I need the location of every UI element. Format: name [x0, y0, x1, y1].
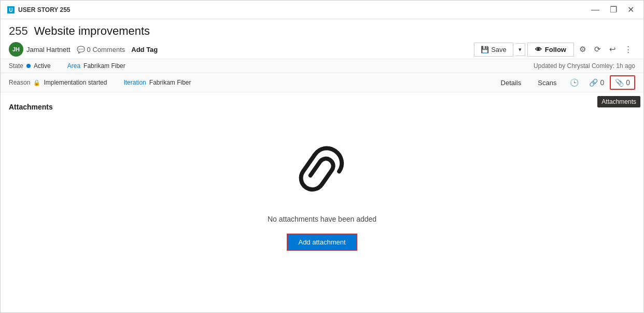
reason-label: Reason: [9, 79, 30, 86]
history-button[interactable]: 🕒: [565, 76, 583, 89]
updated-text: Updated by Chrystal Comley: 1h ago: [534, 62, 635, 70]
save-icon: 💾: [481, 46, 489, 53]
more-button[interactable]: ⋮: [621, 43, 635, 56]
state-label: State: [9, 62, 23, 70]
title-bar-text: USER STORY 255: [18, 6, 71, 13]
iteration-value: Fabrikam Fiber: [149, 79, 191, 86]
title-bar-controls: — ❐ ✕: [588, 4, 637, 16]
attachments-section-title: Attachments: [9, 103, 635, 111]
avatar-initials: JH: [12, 46, 20, 52]
toolbar-row: JH Jamal Hartnett 💬 0 Comments Add Tag 💾…: [9, 42, 635, 57]
avatar: JH: [9, 42, 23, 57]
details-row: Reason 🔒 Implementation started Iteratio…: [1, 73, 643, 92]
title-row: 255 Website improvements: [9, 24, 635, 38]
link-icon: 🔗: [589, 78, 598, 87]
work-item-header: 255 Website improvements JH Jamal Hartne…: [1, 19, 643, 59]
iteration-field: Iteration Fabrikam Fiber: [123, 79, 191, 86]
state-field: State Active: [9, 62, 51, 70]
save-dropdown-button[interactable]: ▾: [515, 43, 525, 56]
tab-scans[interactable]: Scans: [530, 76, 564, 89]
area-field: Area Fabrikam Fiber: [67, 62, 125, 70]
comments-button[interactable]: 💬 0 Comments: [77, 46, 125, 53]
eye-icon: 👁: [535, 46, 542, 53]
reason-value: Implementation started: [44, 79, 107, 86]
attachments-button[interactable]: 📎 0: [610, 75, 635, 90]
details-tabs: Details Scans 🕒 🔗 0 📎 0 Attachments: [493, 75, 635, 90]
state-dot: [26, 64, 31, 68]
meta-left-1: State Active Area Fabrikam Fiber: [9, 62, 125, 70]
title-bar: U USER STORY 255 — ❐ ✕: [1, 1, 643, 19]
empty-state-text: No attachments have been added: [268, 215, 376, 223]
toolbar-right: 💾 Save ▾ 👁 Follow ⚙ ⟳ ↩ ⋮: [474, 43, 635, 57]
content-area: Attachments No attachments have been add…: [1, 92, 643, 312]
meta-row-1: State Active Area Fabrikam Fiber Updated…: [1, 59, 643, 73]
save-label: Save: [491, 46, 507, 53]
svg-text:U: U: [9, 7, 12, 13]
work-item-window: U USER STORY 255 — ❐ ✕ 255 Website impro…: [0, 0, 644, 313]
state-value: Active: [34, 62, 51, 70]
attachments-count: 0: [626, 78, 630, 87]
follow-label: Follow: [545, 46, 566, 53]
area-value: Fabrikam Fiber: [83, 62, 125, 70]
user-story-icon: U: [7, 6, 15, 14]
tab-details[interactable]: Details: [493, 76, 529, 89]
large-paperclip-icon: [291, 142, 353, 205]
add-tag-button[interactable]: Add Tag: [131, 46, 158, 53]
author-name: Jamal Hartnett: [26, 46, 71, 53]
follow-button[interactable]: 👁 Follow: [527, 43, 574, 57]
title-bar-left: U USER STORY 255: [7, 6, 71, 14]
restore-button[interactable]: ❐: [607, 4, 620, 16]
links-button[interactable]: 🔗 0: [584, 76, 609, 89]
paperclip-icon-btn: 📎: [615, 78, 624, 87]
iteration-label[interactable]: Iteration: [123, 79, 146, 86]
work-item-number: 255: [9, 24, 28, 38]
toolbar-left: JH Jamal Hartnett 💬 0 Comments Add Tag: [9, 42, 158, 57]
reason-field: Reason 🔒 Implementation started: [9, 79, 107, 86]
close-button[interactable]: ✕: [624, 4, 637, 16]
work-item-title: Website improvements: [34, 24, 150, 38]
lock-icon: 🔒: [33, 79, 40, 86]
author-field: JH Jamal Hartnett: [9, 42, 71, 57]
attachments-btn-container: 📎 0 Attachments: [610, 75, 635, 90]
empty-state: No attachments have been added Add attac…: [268, 142, 376, 251]
history-icon: 🕒: [570, 78, 579, 87]
details-left: Reason 🔒 Implementation started Iteratio…: [9, 79, 191, 86]
undo-button[interactable]: ↩: [606, 43, 619, 56]
minimize-button[interactable]: —: [588, 4, 603, 16]
links-count: 0: [600, 78, 604, 87]
comment-icon: 💬: [77, 46, 85, 53]
add-attachment-button[interactable]: Add attachment: [287, 234, 357, 251]
refresh-button[interactable]: ⟳: [591, 43, 604, 56]
settings-button[interactable]: ⚙: [576, 43, 589, 56]
save-button[interactable]: 💾 Save: [474, 43, 513, 57]
area-label[interactable]: Area: [67, 62, 80, 70]
comments-count: 0 Comments: [87, 46, 125, 53]
attachments-tooltip: Attachments: [597, 96, 640, 107]
